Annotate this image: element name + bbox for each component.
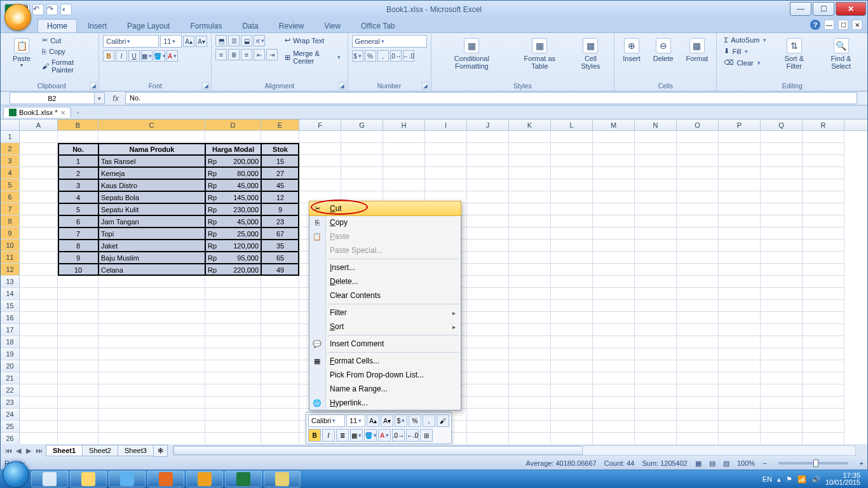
cell[interactable] <box>635 227 677 240</box>
cell[interactable] <box>593 312 635 324</box>
cell[interactable] <box>803 264 844 276</box>
cell[interactable] <box>20 300 58 312</box>
cell[interactable] <box>635 324 677 336</box>
cell[interactable] <box>205 372 261 384</box>
row-header-3[interactable]: 3 <box>1 155 20 167</box>
cell[interactable] <box>719 276 761 288</box>
align-bottom-icon[interactable]: ⬓ <box>241 35 252 46</box>
cell[interactable] <box>635 288 677 300</box>
cell[interactable] <box>20 143 58 155</box>
cell[interactable] <box>98 348 205 360</box>
tray-network-icon[interactable]: 📶 <box>797 475 806 484</box>
cell[interactable]: Rp25,000 <box>205 227 261 240</box>
tab-home[interactable]: Home <box>37 19 77 32</box>
percent-icon[interactable]: % <box>365 50 376 62</box>
cell[interactable] <box>20 131 58 143</box>
cell[interactable] <box>20 227 58 240</box>
align-top-icon[interactable]: ⬒ <box>215 35 227 46</box>
cell[interactable] <box>341 155 383 167</box>
cell[interactable] <box>677 143 719 155</box>
cell[interactable]: 7 <box>58 227 98 240</box>
cell[interactable] <box>635 215 677 227</box>
cell[interactable]: Sepatu Bola <box>98 191 205 203</box>
cell[interactable] <box>677 191 719 203</box>
cell[interactable] <box>58 360 98 372</box>
taskbar-winamp[interactable] <box>186 471 223 487</box>
cell[interactable] <box>719 179 761 191</box>
cell[interactable] <box>635 264 677 276</box>
taskbar-excel[interactable] <box>225 471 262 487</box>
cell[interactable]: Nama Produk <box>98 143 205 155</box>
redo-icon[interactable]: ↷ <box>46 4 58 15</box>
tray-date[interactable]: 10/01/2015 <box>825 479 860 486</box>
cell[interactable] <box>20 167 58 179</box>
cell[interactable] <box>205 360 261 372</box>
cell[interactable]: Kaus Distro <box>98 179 205 191</box>
mini-inc-decimal-icon[interactable]: .0→ <box>392 429 405 442</box>
cell[interactable]: 8 <box>58 240 98 252</box>
cell[interactable] <box>761 203 803 215</box>
minimize-ribbon-icon[interactable]: — <box>824 20 834 30</box>
cell[interactable] <box>761 336 803 348</box>
cell[interactable] <box>677 360 719 372</box>
cell[interactable] <box>467 179 509 191</box>
mini-border-icon[interactable]: ▦ <box>350 429 363 442</box>
font-color-button[interactable]: A <box>166 50 178 62</box>
cell[interactable] <box>261 360 299 372</box>
close-tab-icon[interactable]: ✕ <box>60 109 65 116</box>
cell[interactable] <box>20 203 58 215</box>
ctx-format-cells[interactable]: ▦Format Cells... <box>309 354 461 368</box>
cell[interactable] <box>509 252 551 264</box>
insert-cells-button[interactable]: ⊕Insert <box>618 35 645 65</box>
cell[interactable] <box>551 336 593 348</box>
col-header-O[interactable]: O <box>677 119 719 130</box>
cell[interactable] <box>20 264 58 276</box>
cell[interactable] <box>719 240 761 252</box>
cell[interactable] <box>551 348 593 360</box>
cell[interactable] <box>467 372 509 384</box>
cell[interactable] <box>593 240 635 252</box>
cell[interactable] <box>205 384 261 396</box>
cell[interactable] <box>58 421 98 433</box>
cell[interactable]: 65 <box>261 252 299 264</box>
cell[interactable] <box>593 276 635 288</box>
cell[interactable] <box>467 300 509 312</box>
cell[interactable]: 49 <box>261 264 299 276</box>
mini-format-painter-icon[interactable]: 🖌 <box>437 414 449 427</box>
cell[interactable] <box>761 433 803 444</box>
cell[interactable] <box>593 324 635 336</box>
tray-up-icon[interactable]: ▴ <box>777 475 781 484</box>
tab-insert[interactable]: Insert <box>78 19 116 32</box>
cell[interactable]: Rp200,000 <box>205 155 261 167</box>
row-header-26[interactable]: 26 <box>1 433 20 444</box>
find-select-button[interactable]: 🔍Find & Select <box>818 35 864 73</box>
cell[interactable] <box>467 421 509 433</box>
cell[interactable] <box>803 300 844 312</box>
cell[interactable] <box>341 131 383 143</box>
cell[interactable] <box>677 348 719 360</box>
cell[interactable] <box>509 131 551 143</box>
cell[interactable] <box>58 312 98 324</box>
tab-review[interactable]: Review <box>269 19 313 32</box>
cell[interactable] <box>551 288 593 300</box>
cell[interactable] <box>551 324 593 336</box>
horizontal-scrollbar[interactable] <box>173 445 856 456</box>
cell[interactable] <box>551 360 593 372</box>
new-document-button[interactable]: ▫ <box>72 107 84 118</box>
cell[interactable] <box>677 167 719 179</box>
sheet-tab-1[interactable]: Sheet1 <box>46 445 83 456</box>
number-launcher[interactable]: ◢ <box>422 82 430 90</box>
cell[interactable] <box>761 155 803 167</box>
cell[interactable] <box>261 348 299 360</box>
cell[interactable] <box>58 409 98 421</box>
cell[interactable]: Jaket <box>98 240 205 252</box>
cell[interactable]: 27 <box>261 167 299 179</box>
mini-font-size[interactable]: 11 <box>346 414 365 427</box>
wrap-text-button[interactable]: ↩Wrap Text <box>281 35 343 46</box>
cell[interactable] <box>261 421 299 433</box>
system-tray[interactable]: EN ▴ ⚑ 📶 🔊 17:35 10/01/2015 <box>763 472 865 486</box>
cell[interactable]: 12 <box>261 191 299 203</box>
taskbar-ie[interactable] <box>109 471 146 487</box>
cell[interactable] <box>719 300 761 312</box>
cell[interactable] <box>98 131 205 143</box>
